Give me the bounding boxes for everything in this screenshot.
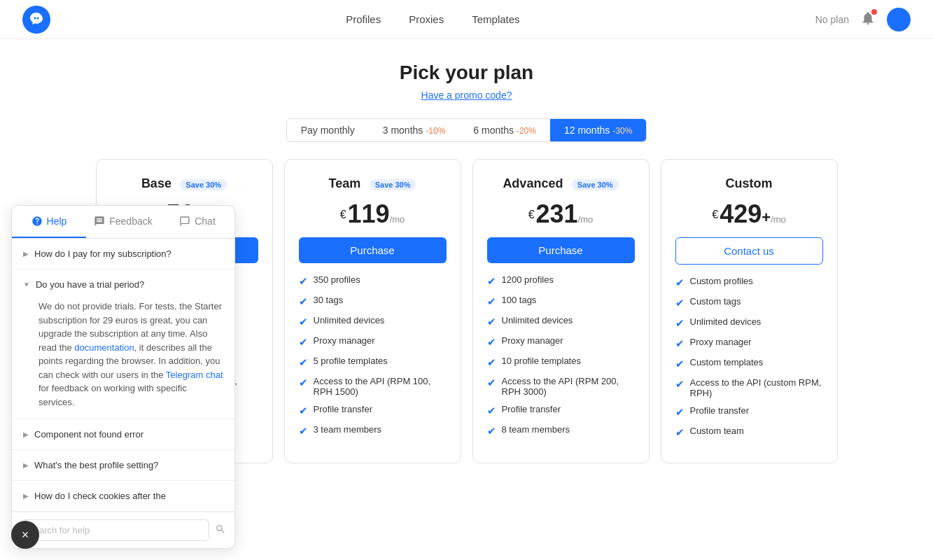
- plan-custom-amount: 429: [720, 200, 762, 228]
- plan-base-save: Save 30%: [180, 179, 227, 190]
- faq-question-4[interactable]: ▶ How do I check cookies after the: [12, 481, 234, 511]
- promo-code-link[interactable]: Have a promo code?: [421, 90, 512, 101]
- chevron-right-icon: ▶: [23, 430, 29, 438]
- plan-custom-header: Custom: [675, 176, 823, 191]
- check-icon: ✔: [675, 317, 685, 330]
- tab-help[interactable]: Help: [12, 206, 86, 238]
- check-icon: ✔: [487, 356, 496, 369]
- check-icon: ✔: [299, 356, 308, 369]
- list-item: ✔Custom profiles: [675, 276, 823, 289]
- list-item: ✔Custom tags: [675, 296, 823, 309]
- list-item: ✔Unlimited devices: [299, 315, 447, 328]
- plan-custom-cta[interactable]: Contact us: [675, 237, 823, 265]
- logo-icon[interactable]: [22, 6, 50, 34]
- close-help-button[interactable]: ×: [11, 521, 39, 549]
- search-button[interactable]: [215, 524, 226, 537]
- plan-team-currency: €: [340, 209, 346, 220]
- list-item: ✔Unlimited devices: [675, 316, 823, 330]
- check-icon: ✔: [675, 406, 685, 419]
- nav-profiles[interactable]: Profiles: [346, 13, 381, 25]
- faq-item-2: ▶ Component not found error: [12, 419, 234, 450]
- search-icon: [215, 524, 226, 535]
- chat-tab-icon: [179, 216, 190, 227]
- tab-12months-discount: -30%: [612, 126, 632, 136]
- plan-team-save: Save 30%: [370, 179, 416, 190]
- faq-question-text-0: How do I pay for my subscription?: [34, 248, 171, 259]
- navbar-right: No plan: [815, 8, 911, 31]
- tab-feedback[interactable]: Feedback: [86, 206, 160, 238]
- faq-item-4: ▶ How do I check cookies after the: [12, 481, 234, 512]
- list-item: ✔5 profile templates: [299, 356, 447, 369]
- plan-team-period: /mo: [390, 214, 405, 225]
- plan-advanced-price: €231/mo: [487, 200, 635, 229]
- list-item: ✔Access to the API (RPM 100, RPH 1500): [299, 376, 447, 397]
- plan-advanced-features: ✔1200 profiles ✔100 tags ✔Unlimited devi…: [487, 274, 635, 438]
- plan-advanced-cta[interactable]: Purchase: [487, 237, 635, 263]
- check-icon: ✔: [675, 276, 685, 289]
- tab-help-label: Help: [47, 216, 67, 227]
- tab-chat[interactable]: Chat: [160, 206, 234, 238]
- plan-custom: Custom €429+/mo Contact us ✔Custom profi…: [661, 159, 838, 463]
- plan-advanced-name: Advanced: [503, 176, 563, 190]
- plan-advanced-currency: €: [528, 209, 535, 220]
- check-icon: ✔: [299, 295, 308, 308]
- plan-custom-plus: +: [762, 209, 771, 226]
- check-icon: ✔: [299, 275, 308, 288]
- check-icon: ✔: [299, 425, 308, 438]
- check-icon: ✔: [675, 378, 685, 391]
- faq-item-3: ▶ What's the best profile setting?: [12, 450, 234, 481]
- tab-feedback-label: Feedback: [109, 216, 152, 227]
- list-item: ✔Custom templates: [675, 357, 823, 370]
- faq-question-0[interactable]: ▶ How do I pay for my subscription?: [12, 239, 234, 269]
- notification-bell[interactable]: [860, 10, 876, 29]
- plan-team-amount: 119: [348, 200, 390, 228]
- chevron-right-icon: ▶: [23, 492, 29, 500]
- logo-area: [22, 6, 50, 34]
- faq-question-1[interactable]: ▼ Do you have a trial period?: [12, 270, 234, 300]
- search-input[interactable]: [20, 519, 209, 541]
- list-item: ✔Profile transfer: [487, 404, 635, 417]
- tab-6months-discount: -20%: [517, 126, 536, 136]
- billing-tabs: Pay monthly 3 months-10% 6 months-20% 12…: [286, 118, 647, 142]
- faq-question-text-1: Do you have a trial period?: [36, 279, 144, 290]
- check-icon: ✔: [299, 405, 308, 417]
- check-icon: ✔: [299, 377, 308, 389]
- list-item: ✔10 profile templates: [487, 356, 635, 369]
- tab-pay-monthly[interactable]: Pay monthly: [287, 119, 369, 141]
- plan-base-header: Base Save 30%: [111, 176, 258, 191]
- list-item: ✔Custom team: [675, 426, 823, 439]
- documentation-link[interactable]: documentation: [74, 342, 134, 353]
- check-icon: ✔: [487, 275, 496, 288]
- faq-answer-1: We do not provide trials. For tests, the…: [12, 300, 234, 419]
- list-item: ✔350 profiles: [299, 274, 447, 288]
- plan-custom-name: Custom: [726, 176, 773, 190]
- faq-item-0: ▶ How do I pay for my subscription?: [12, 239, 234, 270]
- check-icon: ✔: [675, 297, 685, 309]
- plan-custom-period: /mo: [771, 214, 786, 225]
- help-tabs: Help Feedback Chat: [12, 206, 234, 239]
- telegram-chat-link[interactable]: Telegram chat: [166, 370, 223, 380]
- check-icon: ✔: [487, 377, 496, 389]
- help-tab-icon: [31, 216, 43, 227]
- plan-team-price: €119/mo: [299, 200, 447, 229]
- tab-monthly-label: Pay monthly: [301, 125, 355, 136]
- check-icon: ✔: [675, 358, 685, 370]
- plan-status: No plan: [815, 14, 849, 25]
- tab-6months[interactable]: 6 months-20%: [459, 119, 550, 141]
- nav-proxies[interactable]: Proxies: [409, 13, 444, 25]
- plan-custom-price: €429+/mo: [675, 200, 823, 229]
- plan-team-cta[interactable]: Purchase: [299, 237, 447, 263]
- user-avatar[interactable]: [887, 8, 911, 31]
- faq-question-3[interactable]: ▶ What's the best profile setting?: [12, 450, 234, 480]
- faq-question-text-2: Component not found error: [34, 429, 143, 440]
- plan-custom-currency: €: [712, 209, 718, 220]
- faq-question-2[interactable]: ▶ Component not found error: [12, 419, 234, 449]
- tab-12months[interactable]: 12 months-30%: [550, 119, 646, 141]
- list-item: ✔3 team members: [299, 424, 447, 438]
- check-icon: ✔: [299, 336, 308, 349]
- plan-team-header: Team Save 30%: [299, 176, 447, 191]
- help-search-bar: [12, 512, 234, 548]
- tab-3months[interactable]: 3 months-10%: [369, 119, 460, 141]
- nav-templates[interactable]: Templates: [472, 13, 519, 25]
- help-panel: Help Feedback Chat ▶ How do I pay for my…: [11, 205, 235, 549]
